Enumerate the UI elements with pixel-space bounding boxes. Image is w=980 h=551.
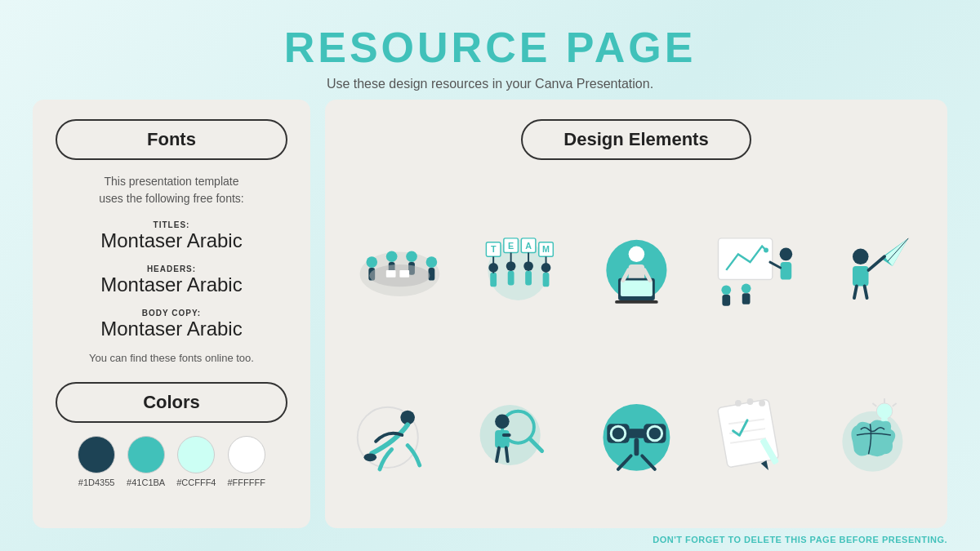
svg-point-7: [426, 256, 438, 268]
color-hex-3: #CCFFF4: [176, 478, 216, 487]
svg-line-52: [888, 238, 908, 261]
color-swatches: #1D4355 #41C1BA #CCFFF4 #FFFFFF: [56, 436, 287, 487]
svg-text:A: A: [525, 240, 532, 250]
svg-point-46: [722, 285, 732, 295]
fonts-section-title: Fonts: [147, 129, 196, 149]
svg-line-57: [865, 286, 867, 298]
page-title: RESOURCE PAGE: [284, 23, 697, 72]
color-circle-1: [78, 436, 115, 473]
left-panel: Fonts This presentation template uses th…: [33, 100, 310, 528]
swatch-1: #1D4355: [78, 436, 115, 487]
svg-text:T: T: [491, 244, 497, 254]
design-elements-box: Design Elements: [521, 119, 751, 160]
font-name-body: Montaser Arabic: [56, 318, 287, 341]
svg-line-55: [869, 256, 885, 270]
svg-point-43: [780, 247, 793, 260]
font-entry-headers: HEADERS: Montaser Arabic: [56, 264, 287, 297]
fonts-note: You can find these fonts online too.: [56, 352, 287, 364]
svg-point-42: [764, 247, 768, 252]
svg-rect-72: [627, 429, 644, 438]
color-circle-4: [228, 436, 265, 473]
illustration-magnifier: [466, 393, 570, 474]
svg-line-56: [854, 286, 857, 298]
svg-text:M: M: [542, 244, 550, 254]
colors-section: Colors #1D4355 #41C1BA #CCFFF4 #FFFFFF: [56, 382, 287, 487]
illustration-presenting: [702, 225, 806, 307]
color-hex-1: #1D4355: [78, 478, 115, 487]
illustrations-row-2: [348, 356, 924, 513]
svg-line-90: [893, 403, 897, 407]
svg-point-84: [735, 400, 742, 407]
svg-rect-44: [781, 262, 792, 279]
svg-text:E: E: [508, 240, 514, 250]
illustration-meeting: [348, 225, 452, 307]
svg-rect-38: [615, 300, 658, 304]
svg-point-85: [747, 398, 754, 405]
swatch-2: #41C1BA: [127, 436, 165, 487]
font-label-headers: HEADERS:: [56, 264, 287, 273]
right-panel: Design Elements: [325, 100, 947, 528]
svg-point-88: [876, 403, 893, 420]
illustration-laptop: [585, 225, 688, 307]
colors-section-title: Colors: [143, 392, 200, 412]
svg-point-86: [760, 400, 766, 407]
svg-rect-49: [742, 293, 751, 304]
svg-point-53: [853, 248, 869, 264]
swatch-3: #CCFFF4: [176, 436, 216, 487]
fonts-intro: This presentation template uses the foll…: [56, 173, 287, 207]
svg-rect-54: [853, 266, 869, 286]
svg-point-48: [742, 283, 751, 293]
page-subtitle: Use these design resources in your Canva…: [284, 77, 697, 91]
illustration-notepad: [702, 393, 806, 474]
illustration-team: T E A M: [466, 225, 570, 307]
illustration-telescope: [585, 393, 688, 474]
svg-point-64: [495, 415, 510, 429]
font-entry-titles: TITLES: Montaser Arabic: [56, 220, 287, 253]
svg-rect-11: [399, 270, 409, 278]
illustration-airplane: [821, 225, 924, 307]
fonts-section-box: Fonts: [56, 119, 287, 160]
svg-point-1: [366, 256, 377, 268]
svg-rect-65: [495, 430, 510, 447]
svg-rect-31: [542, 273, 549, 287]
font-entry-body: BODY COPY: Montaser Arabic: [56, 309, 287, 341]
svg-point-60: [364, 454, 377, 462]
swatch-4: #FFFFFF: [227, 436, 265, 487]
main-content: Fonts This presentation template uses th…: [0, 100, 980, 528]
illustration-stretch: [348, 393, 452, 474]
font-label-titles: TITLES:: [56, 220, 287, 229]
svg-rect-22: [490, 273, 497, 287]
svg-rect-25: [508, 271, 514, 286]
color-circle-3: [177, 436, 215, 473]
svg-rect-37: [620, 280, 652, 296]
svg-rect-47: [723, 295, 731, 306]
color-hex-4: #FFFFFF: [227, 478, 265, 487]
illustrations-row-1: T E A M: [348, 188, 924, 344]
colors-section-box: Colors: [56, 382, 287, 423]
svg-point-3: [386, 251, 398, 262]
svg-rect-75: [634, 438, 639, 455]
font-label-body: BODY COPY:: [56, 309, 287, 318]
svg-rect-10: [386, 270, 396, 278]
design-elements-header: Design Elements: [348, 119, 924, 173]
svg-point-5: [406, 251, 417, 262]
svg-line-91: [873, 403, 877, 407]
design-elements-title: Design Elements: [564, 129, 708, 149]
illustration-brain: [821, 393, 924, 474]
page-header: RESOURCE PAGE Use these design resources…: [284, 0, 697, 100]
svg-point-34: [628, 246, 644, 262]
svg-rect-28: [525, 271, 532, 286]
illustrations-grid: T E A M: [348, 188, 924, 512]
font-name-headers: Montaser Arabic: [56, 273, 287, 297]
footer-note: DON'T FORGET TO DELETE THIS PAGE BEFORE …: [0, 528, 980, 551]
color-hex-2: #41C1BA: [127, 478, 165, 487]
color-circle-2: [127, 436, 165, 473]
font-name-titles: Montaser Arabic: [56, 229, 287, 253]
svg-line-68: [506, 448, 508, 462]
